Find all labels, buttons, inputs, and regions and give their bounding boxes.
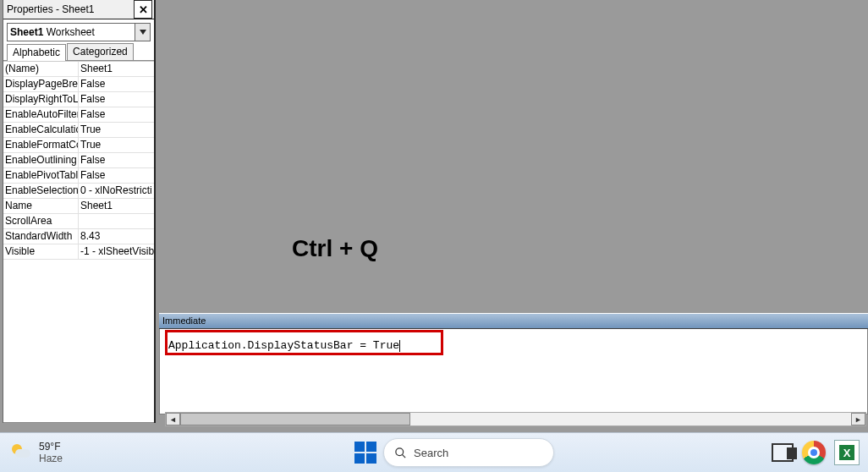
prop-key: DisplayPageBreaks	[3, 77, 79, 92]
chrome-icon[interactable]	[802, 441, 826, 464]
immediate-body[interactable]: Application.DisplayStatusBar = True	[159, 329, 868, 414]
properties-panel: Properties - Sheet1 ✕ Sheet1 Worksheet A…	[3, 0, 156, 423]
prop-val[interactable]: Sheet1	[79, 62, 154, 77]
immediate-title: Immediate	[159, 313, 868, 329]
weather-temp: 59°F	[39, 441, 63, 453]
scroll-thumb[interactable]	[180, 413, 410, 425]
prop-key: EnableCalculation	[3, 123, 79, 138]
close-icon[interactable]: ✕	[134, 0, 152, 19]
prop-key: EnableOutlining	[3, 153, 79, 168]
tab-categorized[interactable]: Categorized	[67, 43, 134, 60]
overlay-shortcut-text: Ctrl + Q	[292, 235, 378, 262]
prop-val[interactable]: False	[79, 153, 154, 168]
prop-val[interactable]: 0 - xlNoRestricti	[79, 184, 154, 199]
scroll-right-icon[interactable]: ►	[851, 413, 865, 425]
prop-key: EnablePivotTable	[3, 168, 79, 184]
prop-key: ScrollArea	[3, 214, 79, 229]
prop-val[interactable]	[79, 214, 154, 229]
svg-point-0	[396, 447, 404, 455]
scroll-track[interactable]	[180, 413, 851, 425]
prop-key: EnableAutoFilter	[3, 107, 79, 123]
scroll-left-icon[interactable]: ◄	[166, 413, 180, 425]
prop-val[interactable]: 8.43	[79, 229, 154, 244]
prop-val[interactable]: Sheet1	[79, 199, 154, 214]
start-button[interactable]	[354, 442, 376, 464]
svg-line-1	[402, 454, 405, 458]
immediate-code: Application.DisplayStatusBar = True	[168, 339, 400, 352]
windows-taskbar: 59°F Haze Search X	[0, 432, 868, 472]
search-icon	[394, 447, 407, 459]
prop-val[interactable]: False	[79, 168, 154, 184]
properties-title: Properties - Sheet1	[7, 3, 94, 15]
immediate-hscrollbar[interactable]: ◄ ►	[165, 412, 866, 426]
prop-key: Name	[3, 199, 79, 214]
prop-key: StandardWidth	[3, 229, 79, 244]
properties-table: (Name) Sheet1 DisplayPageBreaks False Di…	[3, 61, 154, 260]
taskbar-search[interactable]: Search	[383, 438, 554, 467]
weather-desc: Haze	[39, 453, 63, 464]
prop-val[interactable]: True	[79, 123, 154, 138]
prop-key: DisplayRightToLeft	[3, 92, 79, 107]
task-view-icon[interactable]	[772, 443, 794, 462]
object-type: Worksheet	[47, 26, 95, 38]
prop-val[interactable]: True	[79, 138, 154, 153]
chevron-down-icon[interactable]	[135, 24, 150, 41]
object-name: Sheet1	[10, 26, 43, 38]
weather-icon	[10, 443, 32, 462]
tab-alphabetic[interactable]: Alphabetic	[7, 44, 66, 61]
property-tabs: Alphabetic Categorized	[3, 43, 154, 61]
object-selector[interactable]: Sheet1 Worksheet	[7, 23, 151, 41]
immediate-window: Immediate Application.DisplayStatusBar =…	[159, 313, 868, 414]
properties-titlebar: Properties - Sheet1 ✕	[3, 0, 154, 19]
search-placeholder: Search	[414, 447, 448, 459]
prop-val[interactable]: -1 - xlSheetVisib	[79, 244, 154, 260]
prop-val[interactable]: False	[79, 107, 154, 123]
taskbar-weather[interactable]: 59°F Haze	[10, 441, 63, 464]
prop-key: Visible	[3, 244, 79, 260]
prop-key: EnableSelection	[3, 184, 79, 199]
prop-val[interactable]: False	[79, 92, 154, 107]
text-cursor	[399, 340, 400, 352]
prop-key: (Name)	[3, 62, 79, 77]
excel-icon[interactable]: X	[834, 440, 860, 465]
prop-val[interactable]: False	[79, 77, 154, 92]
prop-key: EnableFormatCondi	[3, 138, 79, 153]
